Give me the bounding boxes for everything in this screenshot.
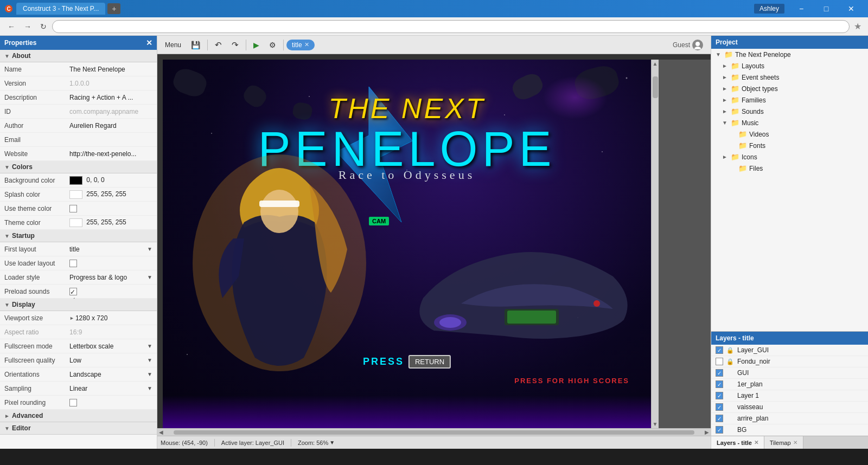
menu-button[interactable]: Menu	[161, 40, 186, 50]
about-section-header[interactable]: ▼ About	[0, 50, 157, 62]
pixel-rounding-checkbox[interactable]	[69, 399, 77, 406]
layer-bg-checkbox[interactable]: ✓	[716, 426, 723, 434]
layer-1-checkbox[interactable]: ✓	[716, 392, 723, 399]
layer-vaisseau-checkbox[interactable]: ✓	[716, 403, 723, 411]
save-button[interactable]: 💾	[187, 39, 205, 51]
colors-section-header[interactable]: ▼ Colors	[0, 161, 157, 173]
layer-row-vaisseau[interactable]: ✓ 🔒 vaisseau	[711, 402, 868, 413]
layer-row-layer1[interactable]: ✓ 🔒 Layer 1	[711, 390, 868, 402]
prop-description-value[interactable]: Racing + Action + A ...	[69, 94, 152, 101]
prop-loader-style-value[interactable]: Progress bar & logo ▼	[69, 274, 152, 281]
tree-item-files[interactable]: 📁 Files	[711, 163, 868, 174]
fullscreen-quality-dropdown-icon[interactable]: ▼	[147, 357, 152, 363]
tree-item-layouts[interactable]: ► 📁 Layouts	[711, 60, 868, 72]
zoom-dropdown-icon[interactable]: ▼	[329, 440, 335, 445]
prop-viewport-value[interactable]: ► 1280 x 720	[69, 314, 152, 322]
title-tab-close-icon[interactable]: ✕	[304, 41, 309, 48]
bg-color-swatch[interactable]	[69, 176, 82, 185]
minimize-button[interactable]: −	[789, 0, 814, 17]
tree-item-object-types[interactable]: ► 📁 Object types	[711, 83, 868, 94]
theme-color-swatch[interactable]	[69, 218, 82, 227]
horizontal-scrollbar[interactable]: ◀ ▶	[157, 428, 711, 436]
prop-name-value[interactable]: The Next Penelope	[69, 66, 152, 73]
prop-use-loader-value[interactable]	[69, 259, 152, 267]
hscroll-thumb[interactable]	[174, 430, 694, 435]
prop-first-layout-value[interactable]: title ▼	[69, 246, 152, 253]
layer-fondu-lock-icon[interactable]: 🔒	[726, 358, 734, 365]
tree-item-videos[interactable]: 📁 Videos	[711, 128, 868, 140]
prop-website-value[interactable]: http://the-next-penelo...	[69, 150, 152, 158]
maximize-button[interactable]: □	[814, 0, 839, 17]
prop-author-value[interactable]: Aurelien Regard	[69, 122, 152, 130]
layers-title-tab-close-icon[interactable]: ✕	[754, 440, 758, 445]
layer-row-gui2[interactable]: ✓ 🔒 GUI	[711, 367, 868, 379]
layer-gui-lock-icon[interactable]: 🔒	[726, 347, 734, 354]
properties-close-button[interactable]: ✕	[146, 38, 152, 47]
browser-tab[interactable]: Construct 3 - The Next P...	[16, 3, 105, 15]
tree-item-families[interactable]: ► 📁 Families	[711, 94, 868, 106]
prop-splash-color-value[interactable]: 255, 255, 255	[69, 190, 152, 199]
new-tab-button[interactable]: +	[107, 3, 120, 14]
layer-row-arrire[interactable]: ✓ 🔒 arrire_plan	[711, 413, 868, 424]
editor-section-header[interactable]: ▼ Editor	[0, 422, 157, 435]
layer-fondu-checkbox[interactable]	[716, 358, 723, 365]
prop-orientations-value[interactable]: Landscape ▼	[69, 371, 152, 378]
back-button[interactable]: ←	[4, 20, 18, 33]
layers-title-tab[interactable]: Layers - title ✕	[711, 436, 764, 449]
canvas-container[interactable]: THE NEXT PENELOPE Race to Odysseus CAM	[157, 54, 711, 436]
layer-gui2-checkbox[interactable]: ✓	[716, 369, 723, 377]
debug-button[interactable]: ⚙	[265, 39, 280, 51]
advanced-section-header[interactable]: ► Advanced	[0, 410, 157, 422]
url-input[interactable]: localhost:60000	[59, 23, 843, 30]
prop-pixel-rounding-value[interactable]	[69, 398, 152, 406]
forward-button[interactable]: →	[21, 20, 35, 33]
url-bar[interactable]: localhost:60000	[52, 20, 850, 33]
vertical-scrollbar[interactable]: ▲ ▼	[651, 60, 659, 428]
scrollbar-thumb[interactable]	[653, 76, 658, 98]
fullscreen-mode-dropdown-icon[interactable]: ▼	[147, 343, 152, 349]
prop-use-theme-value[interactable]	[69, 204, 152, 212]
bookmark-icon[interactable]: ★	[852, 21, 864, 31]
close-button[interactable]: ✕	[839, 0, 864, 17]
tree-item-event-sheets[interactable]: ► 📁 Event sheets	[711, 72, 868, 83]
refresh-button[interactable]: ↻	[37, 20, 50, 33]
layer-gui-checkbox[interactable]: ✓	[716, 346, 723, 354]
prop-id-value[interactable]: com.company.appname	[69, 108, 152, 115]
preload-sounds-checkbox[interactable]: ✓	[69, 288, 77, 295]
prop-fullscreen-mode-value[interactable]: Letterbox scale ▼	[69, 343, 152, 350]
undo-button[interactable]: ↶	[210, 38, 226, 51]
prop-preload-sounds-value[interactable]: ✓	[69, 287, 152, 295]
prop-version-value[interactable]: 1.0.0.0	[69, 80, 152, 87]
tree-item-icons[interactable]: ► 📁 Icons	[711, 151, 868, 163]
tree-item-root[interactable]: ▼ 📁 The Next Penelope	[711, 49, 868, 60]
prop-theme-color-value[interactable]: 255, 255, 255	[69, 218, 152, 227]
tilemap-tab-close-icon[interactable]: ✕	[793, 440, 797, 445]
tree-item-music[interactable]: ▼ 📁 Music	[711, 117, 868, 128]
use-theme-checkbox[interactable]	[69, 205, 77, 212]
use-loader-checkbox[interactable]	[69, 260, 77, 267]
zoom-control[interactable]: Zoom: 56% ▼	[298, 440, 335, 446]
prop-fullscreen-quality-value[interactable]: Low ▼	[69, 357, 152, 364]
layer-row-bg[interactable]: ✓ 🔒 BG	[711, 424, 868, 436]
tilemap-tab[interactable]: Tilemap ✕	[764, 436, 803, 449]
loader-style-dropdown-icon[interactable]: ▼	[147, 274, 152, 280]
prop-bg-color-value[interactable]: 0, 0, 0	[69, 176, 152, 185]
guest-button[interactable]: Guest	[668, 38, 707, 52]
window-controls[interactable]: − □ ✕	[789, 0, 864, 17]
orientations-dropdown-icon[interactable]: ▼	[147, 371, 152, 377]
layer-row-1er-plan[interactable]: ✓ 🔒 1er_plan	[711, 379, 868, 390]
display-section-header[interactable]: ▼ Display	[0, 299, 157, 311]
first-layout-dropdown-icon[interactable]: ▼	[147, 246, 152, 252]
tree-item-sounds[interactable]: ► 📁 Sounds	[711, 106, 868, 117]
sampling-dropdown-icon[interactable]: ▼	[147, 385, 152, 391]
startup-section-header[interactable]: ▼ Startup	[0, 230, 157, 242]
play-button[interactable]: ▶	[249, 39, 264, 51]
layer-row-gui[interactable]: ✓ 🔒 Layer_GUI	[711, 345, 868, 356]
layer-arrire-checkbox[interactable]: ✓	[716, 415, 723, 422]
prop-sampling-value[interactable]: Linear ▼	[69, 385, 152, 392]
title-tab[interactable]: title ✕	[286, 40, 315, 50]
layer-row-fondu[interactable]: 🔒 Fondu_noir	[711, 356, 868, 367]
splash-color-swatch[interactable]	[69, 190, 82, 199]
redo-button[interactable]: ↷	[227, 38, 243, 51]
tree-item-fonts[interactable]: 📁 Fonts	[711, 140, 868, 151]
